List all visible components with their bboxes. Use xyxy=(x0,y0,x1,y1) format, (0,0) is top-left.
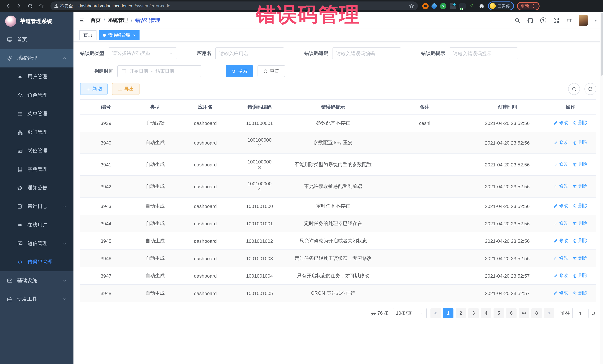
delete-link[interactable]: 删除 xyxy=(573,120,588,126)
cell-app: dashboard xyxy=(178,250,232,267)
font-size-icon[interactable]: TT xyxy=(566,17,573,24)
more-pages-button[interactable]: ••• xyxy=(519,308,529,318)
fullscreen-icon[interactable] xyxy=(553,17,560,24)
filter-input-1[interactable] xyxy=(215,47,284,59)
sidebar-item-error-code[interactable]: 错误码管理 xyxy=(0,253,73,271)
ext-grid-icon[interactable] xyxy=(450,3,456,9)
sidebar-item-depts[interactable]: 部门管理 xyxy=(0,123,73,142)
filter-input-2[interactable] xyxy=(332,47,401,59)
sidebar-item-label: 首页 xyxy=(17,36,27,43)
add-button[interactable]: 新增 xyxy=(80,83,108,95)
edit-link[interactable]: 修改 xyxy=(554,140,568,146)
cell-id: 3948 xyxy=(80,285,132,302)
browser-menu-icon[interactable]: ⋮ xyxy=(531,4,536,8)
sidebar-item-system[interactable]: 系统管理 xyxy=(0,49,73,67)
star-icon[interactable] xyxy=(409,3,414,9)
delete-link[interactable]: 删除 xyxy=(573,255,588,262)
forward-icon[interactable] xyxy=(15,2,23,10)
edit-link[interactable]: 修改 xyxy=(554,238,568,244)
page-scrollbar[interactable] xyxy=(600,12,603,364)
delete-link[interactable]: 删除 xyxy=(573,220,588,227)
column-header: 创建时间 xyxy=(470,99,545,114)
search-icon[interactable] xyxy=(514,17,521,24)
user-avatar[interactable] xyxy=(579,15,588,26)
table-row: 3941自动生成dashboard100100000 3不能删除类型为系统内置的… xyxy=(80,154,596,176)
sidebar-item-online-users[interactable]: 在线用户 xyxy=(0,216,73,234)
sidebar-item-dicts[interactable]: 字典管理 xyxy=(0,160,73,179)
url-bar[interactable]: 不安全 dashboard.yudao.iocoder.cn/system/er… xyxy=(50,1,418,10)
delete-link[interactable]: 删除 xyxy=(573,290,588,296)
sidebar-item-dev-tools[interactable]: 研发工具 xyxy=(0,290,73,309)
edit-link[interactable]: 修改 xyxy=(554,220,568,227)
goto-page-input[interactable] xyxy=(572,308,589,318)
page-button-2[interactable]: 2 xyxy=(456,308,466,318)
sidebar-item-label: 错误码管理 xyxy=(27,259,53,265)
reset-button[interactable]: 重置 xyxy=(257,65,285,77)
page-button-6[interactable]: 6 xyxy=(506,308,517,318)
filter-input-3[interactable] xyxy=(449,47,518,59)
ext-green-v-icon[interactable]: V xyxy=(440,3,446,9)
ext-puzzle-icon[interactable] xyxy=(479,3,485,9)
sidebar-item-posts[interactable]: 岗位管理 xyxy=(0,142,73,160)
browser-profile-badge[interactable]: 已暂停 xyxy=(488,1,514,10)
ext-onetab-icon[interactable]: on xyxy=(459,3,466,9)
delete-link[interactable]: 删除 xyxy=(573,203,588,209)
help-icon[interactable]: ? xyxy=(540,17,547,24)
date-range-picker[interactable]: 开始日期 - 结束日期 xyxy=(117,65,201,77)
ext-key-icon[interactable] xyxy=(469,3,475,9)
delete-link[interactable]: 删除 xyxy=(573,273,588,279)
edit-link[interactable]: 修改 xyxy=(554,120,568,126)
edit-link[interactable]: 修改 xyxy=(554,203,568,209)
reload-icon[interactable] xyxy=(26,2,34,10)
sidebar-item-roles[interactable]: 角色管理 xyxy=(0,86,73,105)
home-icon[interactable] xyxy=(37,2,45,10)
tab-home[interactable]: 首页 xyxy=(79,30,96,40)
export-button[interactable]: 导出 xyxy=(112,83,139,95)
edit-link[interactable]: 修改 xyxy=(554,273,568,279)
breadcrumb-system[interactable]: 系统管理 xyxy=(108,17,128,24)
sidebar-item-notices[interactable]: 通知公告 xyxy=(0,179,73,197)
breadcrumb-home[interactable]: 首页 xyxy=(91,17,101,24)
error-code-type-select[interactable]: 请选择错误码类型 xyxy=(108,47,177,59)
page-button-3[interactable]: 3 xyxy=(468,308,479,318)
app-logo-row[interactable]: 芋道管理系统 xyxy=(0,12,73,30)
edit-link[interactable]: 修改 xyxy=(554,255,568,262)
page-button-8[interactable]: 8 xyxy=(531,308,542,318)
page-button-5[interactable]: 5 xyxy=(494,308,504,318)
hamburger-icon[interactable] xyxy=(79,17,85,23)
delete-link[interactable]: 删除 xyxy=(573,140,588,146)
prev-page-button[interactable]: < xyxy=(430,308,441,318)
show-search-toggle-button[interactable] xyxy=(568,83,580,95)
edit-link[interactable]: 修改 xyxy=(554,183,568,190)
sidebar-item-menus[interactable]: 菜单管理 xyxy=(0,105,73,123)
scrollbar-thumb[interactable] xyxy=(601,13,603,76)
sidebar-item-users[interactable]: 用户管理 xyxy=(0,67,73,86)
page-button-1[interactable]: 1 xyxy=(443,308,453,318)
github-icon[interactable] xyxy=(527,17,533,24)
sidebar-item-infra[interactable]: 基础设施 xyxy=(0,271,73,290)
next-page-button[interactable]: > xyxy=(544,308,554,318)
delete-link[interactable]: 删除 xyxy=(573,183,588,190)
error-code-table: 编号类型应用名错误码编码错误码提示备注创建时间操作 3939手动编辑dashbo… xyxy=(80,99,596,302)
tab-error-code[interactable]: 错误码管理 × xyxy=(99,30,140,40)
search-button[interactable]: 搜索 xyxy=(226,65,253,77)
sidebar-item-home[interactable]: 首页 xyxy=(0,30,73,49)
end-date-placeholder: 结束日期 xyxy=(155,68,174,74)
ext-gem-icon[interactable] xyxy=(431,3,438,10)
page-button-4[interactable]: 4 xyxy=(481,308,491,318)
edit-link[interactable]: 修改 xyxy=(554,290,568,296)
delete-link[interactable]: 删除 xyxy=(573,238,588,244)
browser-update-button[interactable]: 更新 ⋮ xyxy=(517,2,540,10)
edit-link[interactable]: 修改 xyxy=(554,161,568,168)
close-icon[interactable]: × xyxy=(133,33,136,37)
caret-down-icon[interactable] xyxy=(594,20,597,21)
delete-link[interactable]: 删除 xyxy=(573,161,588,168)
sidebar-item-label: 在线用户 xyxy=(27,222,47,228)
back-icon[interactable] xyxy=(4,2,12,10)
ext-orange-icon[interactable] xyxy=(422,3,429,9)
sidebar-item-sms[interactable]: 短信管理 xyxy=(0,234,73,253)
refresh-table-button[interactable] xyxy=(584,83,596,95)
sidebar-item-audit-log[interactable]: 审计日志 xyxy=(0,197,73,216)
page-size-select[interactable]: 10条/页 xyxy=(393,308,427,318)
not-secure-warning[interactable]: 不安全 xyxy=(54,3,73,9)
